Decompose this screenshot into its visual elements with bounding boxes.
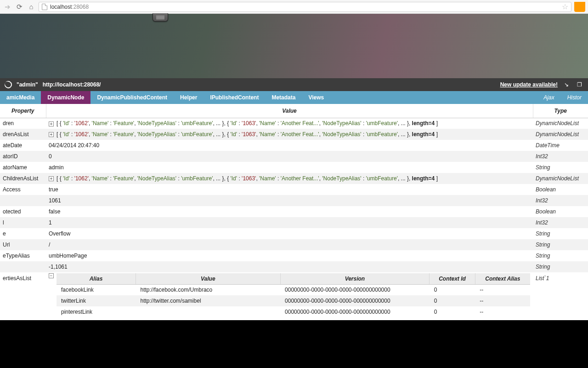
property-value: umbHomePage — [46, 250, 533, 261]
property-type: DynamicNodeList — [533, 118, 588, 129]
collapse-icon[interactable]: − — [49, 273, 54, 278]
table-row: atorID0Int32 — [0, 151, 588, 162]
property-type: Int32 — [533, 151, 588, 162]
minimize-icon[interactable]: ↘ — [562, 80, 571, 89]
update-available-link[interactable]: New update available! — [500, 81, 558, 88]
bookmark-star-icon[interactable]: ☆ — [562, 2, 568, 11]
property-value: +[ { 'Id' : '1062', 'Name' : 'Feature', … — [46, 118, 533, 129]
nested-cell-version: 00000000-0000-0000-0000-000000000000 — [280, 306, 430, 317]
nested-col-contextalias: Context Alias — [475, 273, 530, 284]
page-backdrop — [0, 14, 588, 78]
url-host: localhost — [50, 4, 72, 10]
table-row: AccesstrueBoolean — [0, 184, 588, 195]
nested-cell-contextid: 0 — [430, 306, 475, 317]
properties-panel: Property Value Type dren+[ { 'Id' : '106… — [0, 104, 588, 320]
nested-col-version: Version — [280, 273, 430, 284]
property-value: 1061 — [46, 195, 533, 206]
property-name: ateDate — [0, 140, 46, 151]
property-value: +[ { 'Id' : '1062', 'Name' : 'Feature', … — [46, 173, 533, 184]
debug-url: http://localhost:28068/ — [43, 81, 101, 88]
property-name: eTypeAlias — [0, 250, 46, 261]
nested-properties-table: AliasValueVersionContext IdContext Alias… — [57, 273, 530, 317]
popout-icon[interactable]: ❐ — [575, 80, 583, 89]
table-row: ChildrenAsList+[ { 'Id' : '1062', 'Name'… — [0, 173, 588, 184]
expand-icon[interactable]: + — [49, 121, 54, 126]
debug-header: "admin" http://localhost:28068/ New upda… — [0, 78, 588, 91]
table-row: ertiesAsList−AliasValueVersionContext Id… — [0, 272, 588, 317]
debug-user: "admin" — [17, 81, 38, 88]
property-name — [0, 195, 46, 206]
property-type: String — [533, 162, 588, 173]
panel-grip-icon[interactable] — [153, 13, 168, 22]
properties-table: Property Value Type dren+[ { 'Id' : '106… — [0, 104, 588, 317]
tab-views[interactable]: Views — [302, 91, 330, 104]
nested-cell-version: 00000000-0000-0000-0000-000000000000 — [280, 295, 430, 306]
nested-cell-contextalias: -- — [475, 284, 530, 295]
property-value: −AliasValueVersionContext IdContext Alia… — [46, 272, 533, 317]
property-value: Overflow — [46, 228, 533, 239]
property-name: e — [0, 228, 46, 239]
tab-metadata[interactable]: Metadata — [265, 91, 302, 104]
property-type: String — [533, 228, 588, 239]
table-row: drenAsList+[ { 'Id' : '1062', 'Name' : '… — [0, 129, 588, 140]
bottom-gap — [0, 320, 588, 368]
expand-icon[interactable]: + — [49, 132, 54, 137]
property-value: 0 — [46, 151, 533, 162]
forward-icon[interactable]: ➔ — [3, 2, 12, 12]
debug-tabs: amicMediaDynamicNodeDynamicPublishedCont… — [0, 91, 588, 104]
table-row: l1Int32 — [0, 217, 588, 228]
nested-row: facebookLinkhttp://facebook.com/Umbraco0… — [57, 284, 530, 295]
property-type: DynamicNodeList — [533, 173, 588, 184]
table-row: ateDate04/24/2014 20:47:40DateTime — [0, 140, 588, 151]
nested-cell-contextid: 0 — [430, 295, 475, 306]
url-port: :28068 — [72, 4, 89, 10]
property-type: DateTime — [533, 140, 588, 151]
property-name: l — [0, 217, 46, 228]
tab-dynamicnode[interactable]: DynamicNode — [41, 91, 90, 104]
tab-ajax[interactable]: Ajax — [537, 91, 560, 104]
col-property: Property — [0, 104, 46, 118]
property-value: true — [46, 184, 533, 195]
property-value: 04/24/2014 20:47:40 — [46, 140, 533, 151]
table-row: otectedfalseBoolean — [0, 206, 588, 217]
table-row: 1061Int32 — [0, 195, 588, 206]
address-url: localhost:28068 — [50, 4, 89, 10]
nested-col-alias: Alias — [57, 273, 136, 284]
property-name: ertiesAsList — [0, 272, 46, 317]
expand-icon[interactable]: + — [49, 176, 54, 181]
nested-row: pinterestLink00000000-0000-0000-0000-000… — [57, 306, 530, 317]
nested-cell-value: http://twitter.com/samibel — [136, 295, 281, 306]
home-icon[interactable]: ⌂ — [27, 2, 36, 12]
tab-dynamicpublishedcontent[interactable]: DynamicPublishedContent — [90, 91, 174, 104]
extension-badge[interactable] — [574, 2, 585, 12]
table-row: Url/String — [0, 239, 588, 250]
col-type: Type — [533, 104, 588, 118]
tab-amicmedia[interactable]: amicMedia — [0, 91, 41, 104]
property-value: admin — [46, 162, 533, 173]
properties-header-row: Property Value Type — [0, 104, 588, 118]
address-bar[interactable]: localhost:28068 ☆ — [39, 2, 571, 12]
tab-helper[interactable]: Helper — [174, 91, 204, 104]
reload-icon[interactable]: ⟳ — [15, 2, 24, 12]
property-value: +[ { 'Id' : '1062', 'Name' : 'Feature', … — [46, 129, 533, 140]
nested-cell-version: 00000000-0000-0000-0000-000000000000 — [280, 284, 430, 295]
property-type: Int32 — [533, 195, 588, 206]
property-name: drenAsList — [0, 129, 46, 140]
nested-col-value: Value — [136, 273, 281, 284]
property-name: atorID — [0, 151, 46, 162]
tab-ipublishedcontent[interactable]: IPublishedContent — [204, 91, 265, 104]
nested-row: twitterLinkhttp://twitter.com/samibel000… — [57, 295, 530, 306]
property-value: -1,1061 — [46, 261, 533, 272]
property-name: dren — [0, 118, 46, 129]
tab-histor[interactable]: Histor — [561, 91, 588, 104]
table-row: -1,1061String — [0, 261, 588, 272]
page-icon — [42, 4, 47, 10]
table-row: eTypeAliasumbHomePageString — [0, 250, 588, 261]
property-type: String — [533, 261, 588, 272]
property-type: Int32 — [533, 217, 588, 228]
nested-cell-contextalias: -- — [475, 295, 530, 306]
property-name: atorName — [0, 162, 46, 173]
property-type: List`1 — [533, 272, 588, 317]
nested-col-contextid: Context Id — [430, 273, 475, 284]
browser-toolbar: ➔ ⟳ ⌂ localhost:28068 ☆ — [0, 0, 588, 14]
